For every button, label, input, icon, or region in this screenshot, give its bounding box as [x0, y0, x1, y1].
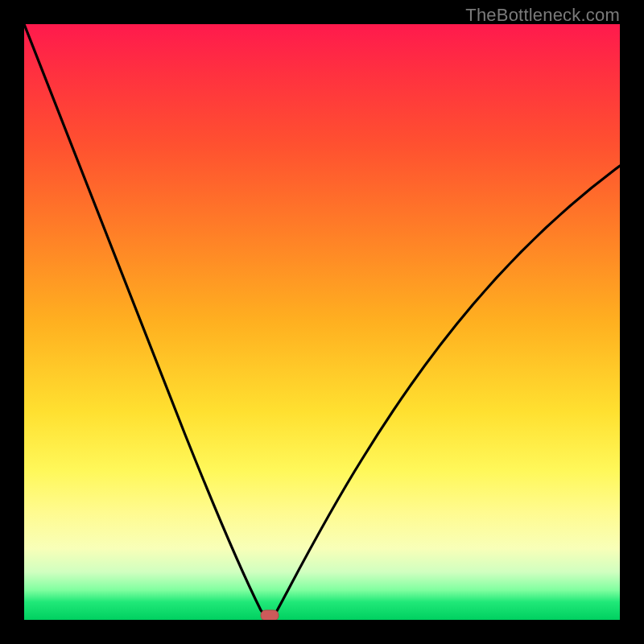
chart-container: TheBottleneck.com: [0, 0, 644, 644]
bottleneck-curve: [24, 24, 620, 617]
optimal-point-marker: [261, 610, 279, 620]
watermark-text: TheBottleneck.com: [465, 5, 620, 26]
curve-layer: [24, 24, 620, 620]
